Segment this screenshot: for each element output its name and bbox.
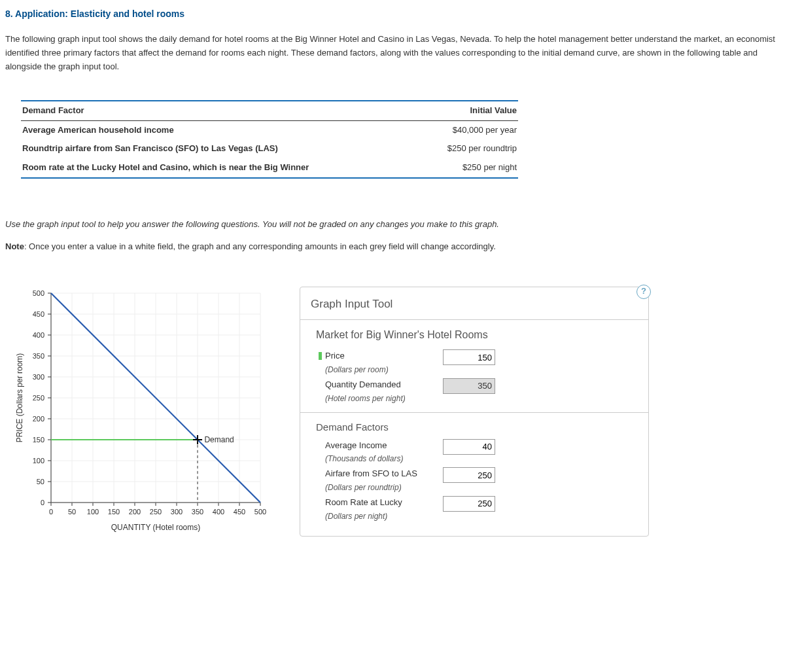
svg-text:300: 300 (33, 373, 44, 381)
price-label: Price (325, 351, 345, 361)
svg-text:250: 250 (150, 508, 162, 516)
svg-text:450: 450 (33, 310, 44, 318)
svg-text:50: 50 (68, 508, 76, 516)
svg-text:450: 450 (234, 508, 245, 516)
table-row-value: $40,000 per year (412, 124, 517, 137)
svg-text:100: 100 (33, 457, 44, 465)
svg-text:500: 500 (254, 508, 266, 516)
table-head-value: Initial Value (412, 104, 517, 118)
table-row-value: $250 per roundtrip (412, 142, 517, 156)
price-sublabel: (Dollars per room) (325, 365, 389, 374)
airfare-label: Airfare from SFO to LAS (325, 469, 417, 478)
intro-paragraph: The following graph input tool shows the… (5, 33, 780, 73)
svg-text:400: 400 (213, 508, 224, 516)
table-row-factor: Average American household income (22, 124, 174, 137)
svg-text:150: 150 (33, 436, 44, 444)
price-marker-icon (319, 352, 322, 360)
svg-text:100: 100 (87, 508, 99, 516)
income-input[interactable] (443, 439, 495, 455)
note-label: Note (5, 241, 24, 251)
demand-factors-table: Demand Factor Initial Value Average Amer… (21, 100, 518, 179)
lucky-input[interactable] (443, 496, 495, 512)
svg-text:200: 200 (129, 508, 141, 516)
chart-svg[interactable]: 0501001502002503003504004505000501001502… (12, 287, 273, 542)
qty-label: Quantity Demanded (325, 380, 401, 389)
svg-text:250: 250 (33, 394, 44, 402)
table-row-value: $250 per night (412, 161, 517, 175)
table-head-factor: Demand Factor (22, 104, 84, 118)
svg-text:0: 0 (49, 508, 53, 516)
svg-text:300: 300 (171, 508, 183, 516)
svg-text:50: 50 (37, 478, 44, 486)
demand-factors-title: Demand Factors (316, 419, 638, 435)
page-title: 8. Application: Elasticity and hotel roo… (5, 7, 780, 21)
income-label: Average Income (325, 440, 387, 450)
help-icon[interactable]: ? (637, 285, 651, 299)
svg-text:350: 350 (192, 508, 203, 516)
price-input[interactable] (443, 349, 495, 365)
income-sublabel: (Thousands of dollars) (325, 454, 403, 463)
graph-input-panel: ? Graph Input Tool Market for Big Winner… (300, 287, 649, 537)
lucky-sublabel: (Dollars per night) (325, 512, 387, 521)
instructions-italic: Use the graph input tool to help you ans… (5, 219, 499, 229)
svg-text:500: 500 (33, 289, 44, 297)
svg-text:350: 350 (33, 352, 44, 360)
qty-sublabel: (Hotel rooms per night) (325, 394, 406, 403)
svg-text:0: 0 (41, 499, 44, 506)
lucky-label: Room Rate at Lucky (325, 497, 402, 507)
svg-text:400: 400 (33, 331, 44, 339)
svg-text:150: 150 (108, 508, 120, 516)
panel-title: Graph Input Tool (311, 295, 638, 313)
svg-text:200: 200 (33, 415, 44, 423)
svg-text:PRICE (Dollars per room): PRICE (Dollars per room) (15, 353, 24, 442)
airfare-sublabel: (Dollars per roundtrip) (325, 483, 402, 492)
demand-chart[interactable]: 0501001502002503003504004505000501001502… (12, 287, 273, 546)
note-text: : Once you enter a value in a white fiel… (24, 241, 496, 251)
market-title: Market for Big Winner's Hotel Rooms (316, 327, 638, 344)
airfare-input[interactable] (443, 467, 495, 483)
svg-text:QUANTITY (Hotel rooms): QUANTITY (Hotel rooms) (111, 523, 200, 532)
qty-input (443, 378, 495, 394)
svg-text:Demand: Demand (204, 435, 234, 444)
instructions: Use the graph input tool to help you ans… (5, 218, 780, 254)
table-row-factor: Roundtrip airfare from San Francisco (SF… (22, 142, 278, 156)
table-row-factor: Room rate at the Lucky Hotel and Casino,… (22, 161, 309, 175)
